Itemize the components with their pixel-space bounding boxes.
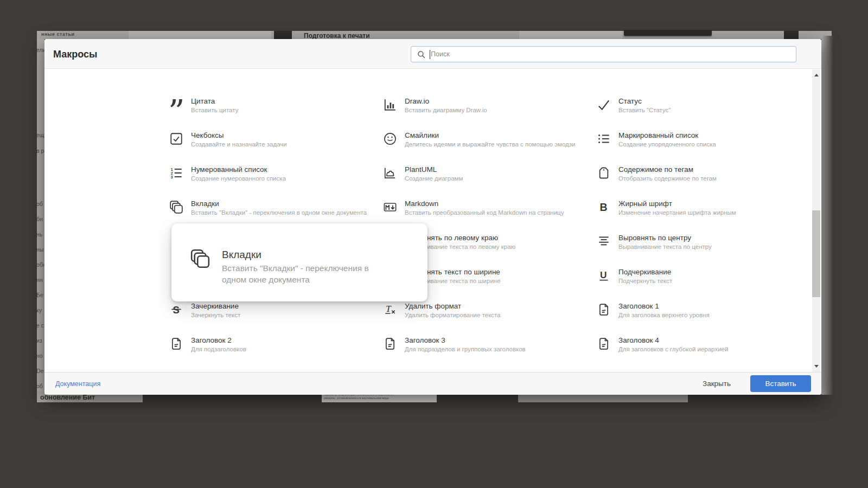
background-text-fragment: ку xyxy=(36,307,42,313)
insert-button[interactable]: Вставить xyxy=(750,375,811,392)
svg-text:3: 3 xyxy=(171,175,173,179)
popup-text: Вкладки Вставить "Вкладки" - переключени… xyxy=(222,248,395,285)
close-button[interactable]: Закрыть xyxy=(699,379,734,388)
background-text-fragment: е с xyxy=(36,322,44,329)
svg-text:U: U xyxy=(600,269,607,280)
macro-item-text: PlantUMLСоздание диаграмм xyxy=(405,165,595,183)
background-text-fragment: нн xyxy=(36,277,43,283)
background-text-fragment: ещ xyxy=(36,132,44,138)
modal-right-shadow xyxy=(821,36,833,395)
scrollbar-up-arrow-icon[interactable] xyxy=(814,74,819,76)
background-micro-text: разделе, установленного в вертикальном в… xyxy=(324,396,435,400)
background-text-fragment: Бе xyxy=(36,292,43,298)
macro-grid: ”ЦитатаВставить цитатуЧекбоксыСоздавайте… xyxy=(44,69,821,372)
macro-item[interactable]: TУдалить форматУдалить форматирование те… xyxy=(383,301,596,334)
macro-item-description: Создание упорядоченного списка xyxy=(618,140,808,149)
macro-item-text: ЦитатаВставить цитату xyxy=(191,97,381,114)
macro-hover-popup[interactable]: Вкладки Вставить "Вкладки" - переключени… xyxy=(171,223,427,301)
scrollbar-track[interactable] xyxy=(812,69,820,372)
macro-item[interactable]: Выровнять по центруВыравнивание текста п… xyxy=(597,233,809,266)
macro-item-description: Удалить форматирование текста xyxy=(405,311,595,319)
background-text-fragment: но xyxy=(36,352,43,359)
macro-item-description: Для заголовков с глубокой иерархией xyxy=(618,345,808,354)
macro-item[interactable]: PlantUMLСоздание диаграмм xyxy=(383,165,596,197)
macro-item-title: Заголовок 3 xyxy=(405,336,595,345)
macro-item-title: Зачеркивание xyxy=(191,301,381,311)
macro-item-title: Смайлики xyxy=(405,131,595,140)
svg-text:B: B xyxy=(599,201,607,213)
strikethrough-icon: S xyxy=(169,303,183,317)
macro-item[interactable]: Маркированный списокСоздание упорядоченн… xyxy=(597,131,809,163)
macro-item[interactable]: UПодчеркиваниеПодчеркнуть текст xyxy=(597,267,809,300)
search-input[interactable] xyxy=(426,50,796,58)
macro-item-description: Выравнивание текста по центру xyxy=(618,243,808,251)
popup-description: Вставить "Вкладки" - переключения в одно… xyxy=(222,262,395,285)
macro-item-description: Вставить цитату xyxy=(191,106,381,114)
macro-item[interactable]: Заголовок 3Для подразделов и групповых з… xyxy=(383,336,596,368)
scrollbar-thumb[interactable] xyxy=(812,210,820,297)
search-box[interactable] xyxy=(411,46,796,62)
tag-icon xyxy=(597,166,611,180)
macro-item-text: Выровнять по левому краюВыравнивание тек… xyxy=(405,233,595,251)
macro-item-description: Создание диаграмм xyxy=(405,175,595,183)
macros-dialog: Макросы ”ЦитатаВставить цитатуЧекбоксыСо… xyxy=(44,39,821,395)
macro-item[interactable]: Заголовок 4Для заголовков с глубокой иер… xyxy=(597,336,809,368)
scrollbar-down-arrow-icon[interactable] xyxy=(814,365,819,368)
macro-item-text: Заголовок 2Для подзаголовков xyxy=(191,336,381,354)
search-icon xyxy=(417,50,426,59)
tabs-icon xyxy=(169,200,183,214)
heading-icon xyxy=(383,337,397,351)
background-text-fragment: бн xyxy=(36,216,43,222)
background-text-fragment: обновление Бит xyxy=(40,394,95,401)
macro-item-title: Жирный шрифт xyxy=(618,199,808,208)
macro-item-title: Удалить формат xyxy=(405,301,595,311)
background-text-fragment: нные статьи xyxy=(41,31,74,37)
heading-icon xyxy=(169,337,183,351)
macro-item-description: Вставить диаграмму Draw.io xyxy=(405,106,595,114)
background-text-fragment: об xyxy=(36,383,43,389)
macro-item[interactable]: Draw.ioВставить диаграмму Draw.io xyxy=(383,97,596,129)
macro-item-description: Вставить "Статус" xyxy=(618,106,808,114)
macro-item-text: Заголовок 3Для подразделов и групповых з… xyxy=(405,336,595,354)
dialog-title: Макросы xyxy=(53,49,97,60)
macro-item-title: Заголовок 1 xyxy=(618,301,808,311)
macro-item[interactable]: SЗачеркиваниеЗачеркнуть текст xyxy=(169,301,382,334)
macro-item-description: Создавайте и назначайте задачи xyxy=(191,140,381,149)
smiley-icon xyxy=(383,132,397,146)
macro-item[interactable]: Содержимое по тегамОтобразить содержимое… xyxy=(597,165,809,197)
documentation-link[interactable]: Документация xyxy=(55,380,100,388)
macro-item-title: Маркированный список xyxy=(618,131,808,140)
macro-item[interactable]: СмайликиДелитесь идеями и выражайте чувс… xyxy=(383,131,596,163)
macro-item[interactable]: BЖирный шрифтИзменение начертания шрифта… xyxy=(597,199,809,232)
background-text-fragment: об xyxy=(36,201,43,207)
macro-item-description: Зачеркнуть текст xyxy=(191,311,381,319)
macro-item-title: Markdown xyxy=(405,199,595,208)
checkbox-icon xyxy=(169,132,183,146)
macro-item-title: Выровнять по левому краю xyxy=(405,233,595,242)
underlay-band-segment xyxy=(129,31,271,39)
macro-item-text: СтатусВставить "Статус" xyxy=(618,97,808,114)
macro-item[interactable]: Заголовок 2Для подзаголовков xyxy=(169,336,382,368)
heading-icon xyxy=(597,337,611,351)
macro-item-description: Выравнивание текста по ширине xyxy=(405,277,595,285)
clear-format-icon: T xyxy=(383,303,397,317)
macro-item-description: Вставить преобразованный код Markdown на… xyxy=(405,209,595,217)
macro-item[interactable]: ЧекбоксыСоздавайте и назначайте задачи xyxy=(169,131,382,163)
text-caret xyxy=(430,50,430,59)
macro-item[interactable]: ”ЦитатаВставить цитату xyxy=(169,97,382,129)
quote-icon: ” xyxy=(169,98,183,112)
macro-item[interactable]: 123Нумерованный списокСоздание нумерован… xyxy=(169,165,382,197)
background-text-fragment: в р xyxy=(36,147,44,154)
macro-item-text: Маркированный списокСоздание упорядоченн… xyxy=(618,131,808,149)
drawio-icon xyxy=(383,98,397,112)
background-text-fragment: нь xyxy=(36,231,42,237)
macro-item-title: Цитата xyxy=(191,97,381,106)
macro-item-description: Отобразить содержимое по тегам xyxy=(618,175,808,183)
bold-icon: B xyxy=(597,200,611,214)
dialog-header: Макросы xyxy=(44,39,821,69)
macro-item-description: Делитесь идеями и выражайте чувства с по… xyxy=(405,140,595,149)
macro-item[interactable]: СтатусВставить "Статус" xyxy=(597,97,809,129)
macro-item[interactable]: Заголовок 1Для заголовка верхнего уровня xyxy=(597,301,809,334)
align-center-icon xyxy=(597,234,611,248)
background-text-fragment: ны xyxy=(36,246,43,253)
